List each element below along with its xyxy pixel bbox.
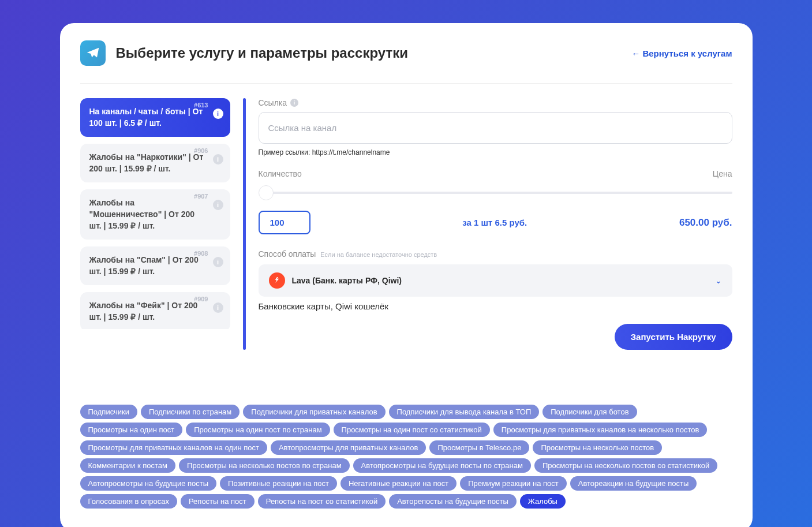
category-tag[interactable]: Просмотры на несколько постов <box>533 440 662 455</box>
service-item[interactable]: #613iНа каналы / чаты / боты | От 100 шт… <box>80 98 230 137</box>
category-tag[interactable]: Комментарии к постам <box>80 458 176 473</box>
category-tag[interactable]: Просмотры на один пост <box>80 423 183 437</box>
pay-label: Способ оплаты <box>259 249 316 259</box>
form-area: Ссылка i Пример ссылки: https://t.me/cha… <box>259 98 732 350</box>
category-tag[interactable]: Автореакции на будущие посты <box>570 476 697 491</box>
category-tag[interactable]: Подписчики по странам <box>141 405 240 419</box>
telegram-icon <box>80 40 106 66</box>
pay-sublabel: Если на балансе недостаточно средств <box>320 251 437 258</box>
payment-option-name: Lava (Банк. карты РФ, Qiwi) <box>292 276 402 285</box>
page-title: Выберите услугу и параметры расскрутки <box>116 45 408 61</box>
category-tag[interactable]: Репосты на пост со статистикой <box>258 494 386 509</box>
category-tag[interactable]: Автопросмотры на будущие посты <box>80 476 217 491</box>
payment-select[interactable]: Lava (Банк. карты РФ, Qiwi) ⌄ <box>259 264 732 297</box>
category-tag[interactable]: Просмотры на несколько постов со статист… <box>534 458 717 473</box>
service-id: #613 <box>194 102 208 109</box>
service-item[interactable]: #909iЖалобы на "Фейк" | От 200 шт. | 15.… <box>80 292 230 329</box>
total-price: 650.00 руб. <box>679 217 732 229</box>
category-tag[interactable]: Просмотры на один пост по странам <box>186 423 330 437</box>
category-tag[interactable]: Просмотры для приватных каналов на неско… <box>493 423 708 437</box>
info-icon[interactable]: i <box>213 109 223 119</box>
info-icon[interactable]: i <box>213 302 223 313</box>
category-tag[interactable]: Просмотры для приватных каналов на один … <box>80 440 267 455</box>
service-label: Жалобы на "Фейк" | От 200 шт. | 15.99 ₽ … <box>89 300 221 323</box>
service-id: #908 <box>194 250 208 257</box>
price-label: Цена <box>713 169 732 178</box>
category-tag[interactable]: Подписчики для приватных каналов <box>243 405 385 419</box>
chevron-down-icon: ⌄ <box>715 276 722 285</box>
slider-track <box>259 192 732 194</box>
category-tag[interactable]: Просмотры в Telesco.pe <box>429 440 529 455</box>
category-tag[interactable]: Подписчики для вывода канала в ТОП <box>389 405 540 419</box>
category-tag[interactable]: Позитивные реакции на пост <box>220 476 337 491</box>
category-tag[interactable]: Жалобы <box>520 494 566 509</box>
qty-slider[interactable] <box>259 185 732 200</box>
category-tags: ПодписчикиПодписчики по странамПодписчик… <box>80 405 732 509</box>
divider <box>80 83 732 84</box>
info-icon[interactable]: i <box>290 99 298 107</box>
qty-input[interactable] <box>259 211 310 234</box>
category-tag[interactable]: Голосования в опросах <box>80 494 178 509</box>
category-tag[interactable]: Подписчики <box>80 405 138 419</box>
category-tag[interactable]: Автопросмотры на будущие посты по страна… <box>353 458 531 473</box>
header: Выберите услугу и параметры расскрутки В… <box>80 40 732 66</box>
link-hint: Пример ссылки: https://t.me/channelname <box>259 148 732 156</box>
category-tag[interactable]: Просмотры на один пост со статистикой <box>334 423 490 437</box>
service-item[interactable]: #908iЖалобы на "Спам" | От 200 шт. | 15.… <box>80 246 230 285</box>
category-tag[interactable]: Негативные реакции на пост <box>340 476 456 491</box>
lava-icon <box>269 272 285 289</box>
link-label: Ссылка i <box>259 98 732 107</box>
qty-values: за 1 шт 6.5 руб. 650.00 руб. <box>259 211 732 234</box>
category-tag[interactable]: Просмотры на несколько постов по странам <box>179 458 350 473</box>
submit-button[interactable]: Запустить Накрутку <box>615 324 732 350</box>
service-label: Жалобы на "Мошенничество" | От 200 шт. |… <box>89 197 221 231</box>
slider-thumb[interactable] <box>259 185 274 200</box>
info-icon[interactable]: i <box>213 154 223 165</box>
service-label: Жалобы на "Наркотики" | От 200 шт. | 15.… <box>89 152 221 174</box>
unit-price: за 1 шт 6.5 руб. <box>310 218 679 227</box>
service-id: #906 <box>194 147 208 154</box>
main-card: Выберите услугу и параметры расскрутки В… <box>60 23 753 527</box>
info-icon[interactable]: i <box>213 200 223 210</box>
qty-label: Количество <box>259 169 302 178</box>
pay-label-row: Способ оплаты Если на балансе недостаточ… <box>259 249 732 259</box>
service-item[interactable]: #907iЖалобы на "Мошенничество" | От 200 … <box>80 189 230 240</box>
payment-description: Банковские карты, Qiwi кошелёк <box>259 301 732 311</box>
category-tag[interactable]: Премиум реакции на пост <box>460 476 567 491</box>
qty-header: Количество Цена <box>259 169 732 178</box>
category-tag[interactable]: Автопросмотры для приватных каналов <box>271 440 426 455</box>
service-id: #907 <box>194 193 208 200</box>
service-id: #909 <box>194 296 208 302</box>
category-tag[interactable]: Авторепосты на будущие посты <box>389 494 517 509</box>
vertical-accent-bar <box>243 98 246 350</box>
link-label-text: Ссылка <box>259 98 287 107</box>
category-tag[interactable]: Репосты на пост <box>181 494 255 509</box>
info-icon[interactable]: i <box>213 257 223 267</box>
link-input[interactable] <box>259 112 732 144</box>
service-item[interactable]: #906iЖалобы на "Наркотики" | От 200 шт. … <box>80 144 230 182</box>
category-tag[interactable]: Подписчики для ботов <box>542 405 637 419</box>
service-label: Жалобы на "Спам" | От 200 шт. | 15.99 ₽ … <box>89 255 221 277</box>
service-label: На каналы / чаты / боты | От 100 шт. | 6… <box>89 106 221 129</box>
back-link[interactable]: Вернуться к услугам <box>631 48 732 58</box>
service-sidebar: #613iНа каналы / чаты / боты | От 100 шт… <box>80 98 230 329</box>
header-left: Выберите услугу и параметры расскрутки <box>80 40 408 66</box>
body: #613iНа каналы / чаты / боты | От 100 шт… <box>80 98 732 350</box>
